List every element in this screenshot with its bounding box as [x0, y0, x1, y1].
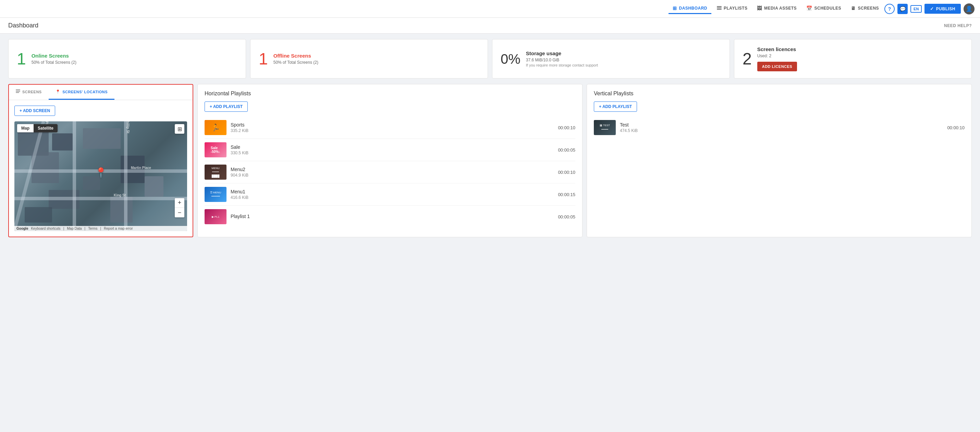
map-type-satellite-button[interactable]: Satellite — [33, 124, 57, 132]
svg-rect-5 — [16, 92, 19, 93]
map-keyboard-shortcuts[interactable]: Keyboard shortcuts — [31, 226, 60, 230]
nav-media-assets[interactable]: 🖼 MEDIA ASSETS — [753, 3, 801, 14]
playlist-duration-test: 00:00:10 — [947, 125, 964, 130]
offline-screens-info: Offline Screens 50% of Total Screens (2) — [274, 53, 479, 65]
offline-screens-number: 1 — [259, 51, 268, 67]
playlist-duration-menu2: 00:00:10 — [558, 170, 575, 175]
offline-screens-sub: 50% of Total Screens (2) — [274, 60, 479, 65]
playlist-thumb-menu2: MENU━━━━████ — [205, 164, 226, 180]
tab-screens-locations[interactable]: 📍 SCREENS' LOCATIONS — [49, 84, 115, 100]
playlist-duration-playlist1: 00:00:05 — [558, 214, 575, 220]
grid-icon: ⊞ — [178, 126, 182, 132]
list-item: ▶ PL1 Playlist 1 00:00:05 — [205, 206, 575, 228]
map-terms[interactable]: Terms — [88, 226, 97, 230]
map-footer: Google Keyboard shortcuts | Map Data | T… — [14, 226, 187, 231]
licences-label: Screen licences — [757, 46, 963, 52]
horizontal-playlists-panel: Horizontal Playlists + ADD PLAYLIST 🏃 Sp… — [197, 84, 582, 237]
help-button[interactable]: ? — [885, 4, 895, 14]
licences-number: 2 — [743, 51, 752, 67]
page-title: Dashboard — [8, 22, 38, 29]
stats-row: 1 Online Screens 50% of Total Screens (2… — [8, 39, 972, 78]
playlist-info-test: Test 474.5 KiB — [620, 122, 943, 133]
map-data-label: Map Data — [67, 226, 81, 230]
online-screens-info: Online Screens 50% of Total Screens (2) — [32, 53, 237, 65]
horizontal-playlists-list: 🏃 Sports 335.2 KiB 00:00:10 Sale-50%↓ Sa… — [198, 116, 582, 228]
add-licences-button[interactable]: ADD LICENCES — [757, 62, 797, 71]
map-grid-button[interactable]: ⊞ — [175, 124, 185, 134]
map-report-error[interactable]: Report a map error — [104, 226, 133, 230]
playlist-info-sale: Sale 330.5 KiB — [231, 144, 554, 155]
map-label-martin-place: Martin Place — [131, 166, 151, 170]
list-item: 🏃 Sports 335.2 KiB 00:00:10 — [205, 116, 575, 139]
online-screens-sub: 50% of Total Screens (2) — [32, 60, 237, 65]
map-type-map-button[interactable]: Map — [17, 124, 33, 132]
vertical-playlists-panel: Vertical Playlists + ADD PLAYLIST ▦ TEST… — [587, 84, 972, 237]
storage-label: Storage usage — [526, 50, 721, 56]
add-vertical-playlist-button[interactable]: + ADD PLAYLIST — [594, 102, 637, 112]
language-button[interactable]: EN — [910, 5, 922, 13]
tab-screens[interactable]: SCREENS — [9, 84, 49, 100]
stat-offline-screens: 1 Offline Screens 50% of Total Screens (… — [250, 39, 488, 78]
screens-panel-body: + ADD SCREEN — [9, 100, 192, 121]
storage-number: 0% — [501, 52, 520, 66]
licences-info: Screen licences Used: 2 ADD LICENCES — [757, 46, 963, 71]
add-screen-button[interactable]: + ADD SCREEN — [14, 105, 55, 116]
offline-screens-label: Offline Screens — [274, 53, 479, 59]
horizontal-playlists-actions: + ADD PLAYLIST — [198, 97, 582, 116]
playlist-thumb-playlist1: ▶ PL1 — [205, 209, 226, 224]
list-item: MENU━━━━████ Menu2 904.9 KiB 00:00:10 — [205, 161, 575, 183]
dashboard-icon: ⊞ — [673, 5, 677, 11]
vertical-playlists-actions: + ADD PLAYLIST — [587, 97, 971, 116]
vertical-playlists-title: Vertical Playlists — [587, 84, 971, 97]
svg-rect-1 — [717, 8, 722, 8]
playlist-thumb-test: ▦ TEST━━━━ — [594, 120, 616, 135]
playlist-info-playlist1: Playlist 1 — [231, 214, 554, 220]
playlist-thumb-sale: Sale-50%↓ — [205, 142, 226, 157]
vertical-playlists-list: ▦ TEST━━━━ Test 474.5 KiB 00:00:10 — [587, 116, 971, 139]
playlist-name-playlist1: Playlist 1 — [231, 214, 554, 219]
publish-button[interactable]: ✓ PUBLISH — [924, 4, 961, 14]
map-container[interactable]: Phillip St Pitt St Martin Place King St … — [14, 121, 187, 231]
map-zoom-controls: + − — [175, 198, 185, 217]
online-screens-label: Online Screens — [32, 53, 237, 59]
check-icon: ✓ — [930, 6, 934, 11]
chat-button[interactable]: 💬 — [897, 4, 908, 14]
playlist-name-test: Test — [620, 122, 943, 128]
stat-storage: 0% Storage usage 37.6 MiB/10.0 GiB If yo… — [492, 39, 730, 78]
content-row: SCREENS 📍 SCREENS' LOCATIONS + ADD SCREE… — [8, 84, 972, 237]
map-background: Phillip St Pitt St Martin Place King St … — [14, 121, 187, 231]
zoom-out-button[interactable]: − — [175, 208, 185, 217]
playlist-name-menu2: Menu2 — [231, 167, 554, 172]
add-horizontal-playlist-button[interactable]: + ADD PLAYLIST — [205, 102, 248, 112]
playlist-duration-menu1: 00:00:15 — [558, 192, 575, 197]
storage-note: If you require more storage contact supp… — [526, 63, 721, 67]
nav-screens[interactable]: 🖥 SCREENS — [847, 3, 883, 14]
playlist-duration-sports: 00:00:10 — [558, 125, 575, 130]
playlists-icon — [717, 5, 722, 11]
storage-info: Storage usage 37.6 MiB/10.0 GiB If you r… — [526, 50, 721, 67]
map-label-king-st: King St — [114, 193, 126, 197]
playlist-duration-sale: 00:00:05 — [558, 147, 575, 153]
page-header: Dashboard NEED HELP? — [0, 18, 980, 33]
playlist-size-menu1: 416.6 KiB — [231, 195, 554, 200]
avatar-icon: 👤 — [966, 5, 972, 12]
screens-tab-icon — [16, 89, 20, 94]
playlist-thumb-menu1: ☰ MENU━━━━━ — [205, 187, 226, 202]
playlist-size-test: 474.5 KiB — [620, 128, 943, 133]
map-type-buttons: Map Satellite — [17, 124, 57, 132]
svg-rect-4 — [16, 91, 20, 92]
playlist-info-menu1: Menu1 416.6 KiB — [231, 189, 554, 200]
zoom-in-button[interactable]: + — [175, 198, 185, 208]
screens-tab-bar: SCREENS 📍 SCREENS' LOCATIONS — [9, 84, 192, 100]
svg-rect-2 — [717, 9, 722, 10]
nav-schedules[interactable]: 📅 SCHEDULES — [802, 3, 845, 14]
playlist-info-menu2: Menu2 904.9 KiB — [231, 167, 554, 178]
playlist-size-menu2: 904.9 KiB — [231, 173, 554, 178]
nav-dashboard[interactable]: ⊞ DASHBOARD — [668, 3, 711, 14]
avatar-button[interactable]: 👤 — [964, 3, 975, 14]
map-pin: 📍 — [95, 167, 107, 178]
nav-playlists[interactable]: PLAYLISTS — [713, 3, 751, 14]
svg-rect-3 — [16, 89, 20, 90]
screens-icon: 🖥 — [851, 5, 856, 11]
playlist-name-sports: Sports — [231, 122, 554, 128]
